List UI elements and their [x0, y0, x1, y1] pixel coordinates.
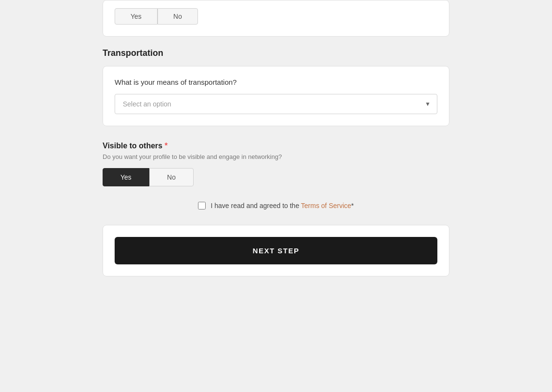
top-no-button[interactable]: No [158, 8, 198, 25]
terms-checkbox[interactable] [198, 202, 206, 209]
visible-to-others-label: Visible to others [103, 142, 162, 150]
terms-of-service-link[interactable]: Terms of Service [301, 202, 351, 209]
transportation-section-label: Transportation [103, 48, 449, 58]
top-yes-button[interactable]: Yes [115, 8, 158, 25]
next-step-button[interactable]: NEXT STEP [115, 237, 437, 264]
transportation-card: What is your means of transportation? Se… [103, 66, 449, 126]
visible-to-others-section: Visible to others * Do you want your pro… [103, 142, 449, 186]
transportation-dropdown[interactable]: Select an optionCarBicyclePublic Transpo… [115, 94, 437, 114]
top-card: Yes No [103, 0, 449, 37]
top-yes-no-group: Yes No [115, 8, 437, 25]
visible-to-others-description: Do you want your profile to be visible a… [103, 153, 449, 160]
visible-yes-button[interactable]: Yes [103, 168, 149, 186]
terms-required-star: * [351, 202, 354, 209]
terms-section: I have read and agreed to the Terms of S… [103, 202, 449, 209]
required-star: * [165, 142, 168, 150]
terms-prefix: I have read and agreed to the [210, 202, 301, 209]
visible-yes-no-group: Yes No [103, 168, 449, 186]
page-container: Yes No Transportation What is your means… [0, 0, 552, 392]
next-step-wrapper: NEXT STEP [103, 225, 449, 276]
main-content: Yes No Transportation What is your means… [103, 0, 449, 276]
visible-no-button[interactable]: No [149, 168, 194, 186]
transportation-select-wrapper: Select an optionCarBicyclePublic Transpo… [115, 94, 437, 114]
visible-to-others-title: Visible to others * [103, 142, 449, 150]
transportation-question: What is your means of transportation? [115, 78, 437, 86]
terms-text: I have read and agreed to the Terms of S… [210, 202, 354, 209]
